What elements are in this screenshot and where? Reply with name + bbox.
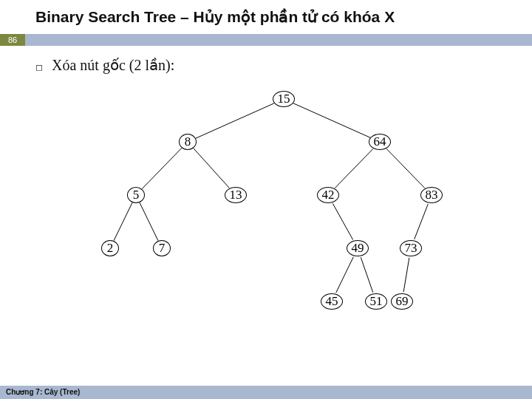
svg-line-1 [293,103,371,138]
svg-line-0 [196,103,276,139]
svg-line-4 [335,149,373,188]
tree-node: 83 [420,187,443,203]
bullet-icon: ◻ [35,62,43,72]
tree-node: 7 [153,240,171,256]
tree-node: 5 [127,187,145,203]
svg-line-11 [361,258,372,293]
svg-line-10 [336,257,354,293]
slide-title: Binary Search Tree – Hủy một phần tử có … [0,0,532,31]
tree-node: 13 [225,187,247,203]
svg-line-2 [142,148,182,189]
page-number-badge: 86 [0,34,25,46]
tree-node: 51 [365,293,387,310]
tree-node: 49 [347,240,369,256]
tree-node: 2 [101,240,119,256]
tree-node: 15 [273,91,295,107]
tree-node: 8 [179,134,197,150]
tree-node: 64 [369,134,391,150]
bullet-text: Xóa nút gốc (2 lần): [52,56,174,74]
footer-bar: Chương 7: Cây (Tree) [0,386,532,399]
tree-node: 42 [317,187,339,203]
tree-node: 73 [400,240,422,256]
svg-line-8 [332,204,352,240]
svg-line-3 [194,149,230,188]
svg-line-6 [114,203,132,241]
svg-line-9 [415,204,429,239]
tree-node: 69 [391,293,413,310]
svg-line-12 [403,258,409,292]
content-area: ◻ Xóa nút gốc (2 lần): 15864513428327497… [0,46,532,328]
svg-line-7 [140,203,158,241]
bst-tree-diagram: 158645134283274973455169 [77,84,491,328]
bullet-item: ◻ Xóa nút gốc (2 lần): [35,56,532,74]
divider-bar: 86 [0,34,532,46]
tree-node: 45 [321,293,343,310]
svg-line-5 [386,149,425,188]
tree-edges [77,84,491,328]
